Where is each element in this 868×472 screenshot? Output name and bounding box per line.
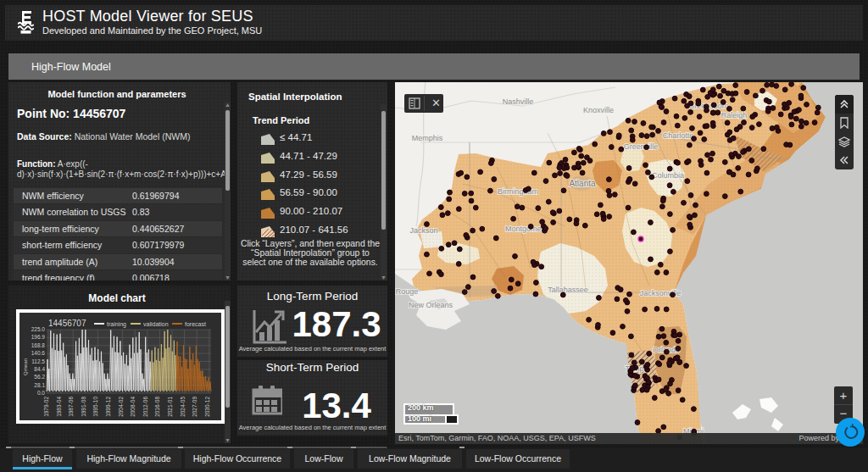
svg-text:2012-06: 2012-06 xyxy=(142,397,148,417)
svg-text:1979-02: 1979-02 xyxy=(43,397,49,417)
svg-text:Nashville: Nashville xyxy=(503,97,534,106)
svg-text:28.1: 28.1 xyxy=(34,382,45,388)
svg-text:1987-06: 1987-06 xyxy=(68,397,74,417)
svg-text:Birmingham: Birmingham xyxy=(498,187,538,196)
svg-text:2030-12: 2030-12 xyxy=(204,397,210,417)
svg-text:2016-08: 2016-08 xyxy=(154,397,160,417)
svg-text:140.6: 140.6 xyxy=(31,350,46,356)
svg-text:112.5: 112.5 xyxy=(31,358,45,364)
svg-text:1999-12: 1999-12 xyxy=(105,397,111,417)
svg-text:2027-09: 2027-09 xyxy=(192,397,198,417)
svg-text:1995-10: 1995-10 xyxy=(92,397,98,417)
svg-text:2004-02: 2004-02 xyxy=(118,397,124,417)
svg-text:training: training xyxy=(107,321,126,328)
svg-text:forecast: forecast xyxy=(185,321,206,327)
svg-text:Knoxville: Knoxville xyxy=(583,106,614,114)
svg-text:2021-01: 2021-01 xyxy=(167,397,173,417)
svg-text:Greenville: Greenville xyxy=(624,142,659,151)
svg-text:225.0: 225.0 xyxy=(31,326,46,332)
svg-text:2008-04: 2008-04 xyxy=(130,397,136,417)
svg-text:14456707: 14456707 xyxy=(48,319,86,328)
svg-text:84.4: 84.4 xyxy=(34,366,45,372)
svg-text:168.8: 168.8 xyxy=(31,342,46,348)
svg-text:New Orleans: New Orleans xyxy=(409,301,453,309)
svg-text:0.0: 0.0 xyxy=(37,390,45,396)
svg-text:Atlanta: Atlanta xyxy=(569,179,596,188)
svg-text:Q mean: Q mean xyxy=(23,358,28,375)
svg-text:2024-05: 2024-05 xyxy=(180,397,186,417)
svg-text:Raleigh: Raleigh xyxy=(721,111,748,119)
svg-text:validation: validation xyxy=(143,321,169,327)
svg-text:Memphis: Memphis xyxy=(412,134,443,142)
svg-text:196.9: 196.9 xyxy=(31,334,46,340)
svg-text:Charlotte: Charlotte xyxy=(663,131,694,140)
svg-text:56.2: 56.2 xyxy=(34,374,45,380)
svg-text:1983-04: 1983-04 xyxy=(56,397,62,417)
svg-text:Tallahassee: Tallahassee xyxy=(548,286,588,294)
svg-text:Columbia: Columbia xyxy=(652,171,684,180)
svg-text:Rouge: Rouge xyxy=(396,287,419,296)
svg-text:Jackson: Jackson xyxy=(409,226,437,235)
svg-text:1991-08: 1991-08 xyxy=(81,397,86,417)
